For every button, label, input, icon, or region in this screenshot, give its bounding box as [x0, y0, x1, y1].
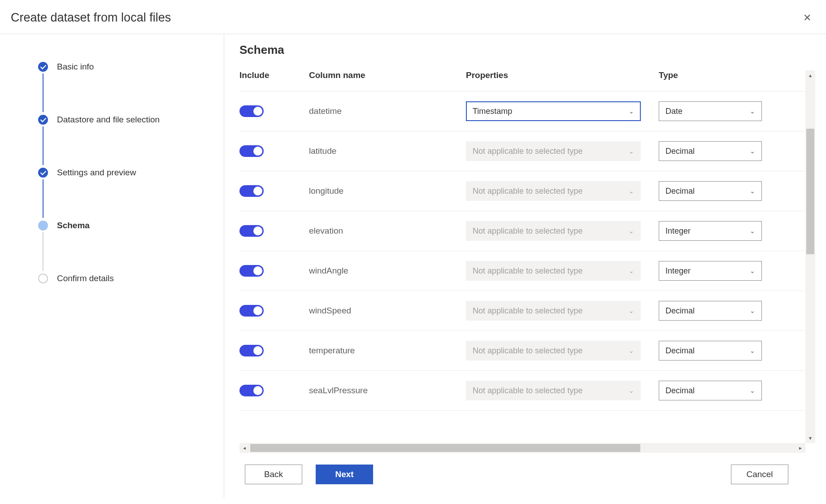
properties-select: Not applicable to selected type⌄ — [466, 261, 641, 281]
type-select[interactable]: Integer⌄ — [659, 261, 762, 281]
include-toggle[interactable] — [239, 225, 264, 237]
chevron-down-icon: ⌄ — [629, 227, 634, 235]
chevron-down-icon: ⌄ — [629, 148, 634, 155]
table-header: Include Column name Properties Type — [239, 70, 805, 91]
chevron-down-icon: ⌄ — [629, 187, 634, 195]
back-button[interactable]: Back — [245, 465, 302, 484]
toggle-knob — [253, 226, 262, 235]
type-select[interactable]: Decimal⌄ — [659, 381, 762, 400]
column-name-cell: latitude — [309, 146, 466, 156]
column-name-cell: seaLvlPressure — [309, 386, 466, 395]
vertical-scroll-thumb[interactable] — [806, 129, 814, 254]
include-toggle[interactable] — [239, 305, 264, 317]
column-name-text: windSpeed — [309, 306, 351, 316]
type-select-value: Decimal — [665, 147, 695, 156]
type-select[interactable]: Integer⌄ — [659, 221, 762, 241]
type-select[interactable]: Decimal⌄ — [659, 141, 762, 161]
header-type: Type — [659, 70, 766, 80]
table-row: datetimeTimestamp⌄Date⌄ — [239, 91, 805, 131]
header-include: Include — [239, 70, 309, 80]
schema-table: Include Column name Properties Type date… — [239, 70, 805, 411]
toggle-knob — [253, 147, 262, 156]
include-toggle[interactable] — [239, 265, 264, 277]
horizontal-scroll-thumb[interactable] — [250, 444, 640, 452]
scroll-right-arrow-icon[interactable]: ▸ — [796, 443, 805, 453]
properties-select: Not applicable to selected type⌄ — [466, 301, 641, 321]
toggle-knob — [253, 266, 262, 275]
type-select[interactable]: Decimal⌄ — [659, 341, 762, 361]
type-select[interactable]: Decimal⌄ — [659, 181, 762, 201]
type-select[interactable]: Date⌄ — [659, 101, 762, 121]
scroll-down-arrow-icon[interactable]: ▾ — [805, 433, 815, 443]
include-cell — [239, 225, 309, 237]
step-connector — [43, 74, 43, 112]
next-button[interactable]: Next — [316, 465, 373, 484]
table-row: seaLvlPressureNot applicable to selected… — [239, 371, 805, 411]
type-cell: Integer⌄ — [659, 261, 766, 281]
table-row: temperatureNot applicable to selected ty… — [239, 331, 805, 371]
wizard-step-schema[interactable]: Schema — [38, 221, 224, 274]
properties-cell: Not applicable to selected type⌄ — [466, 181, 659, 201]
include-toggle[interactable] — [239, 105, 264, 117]
type-cell: Decimal⌄ — [659, 341, 766, 361]
horizontal-scrollbar[interactable]: ◂ ▸ — [239, 443, 805, 453]
include-toggle[interactable] — [239, 345, 264, 356]
toggle-knob — [253, 346, 262, 355]
properties-select-value: Not applicable to selected type — [473, 306, 583, 316]
type-cell: Decimal⌄ — [659, 181, 766, 201]
properties-cell: Not applicable to selected type⌄ — [466, 261, 659, 281]
scroll-left-arrow-icon[interactable]: ◂ — [239, 443, 249, 453]
vertical-scrollbar[interactable]: ▴ ▾ — [805, 70, 815, 443]
wizard-step-datastore-and-file-selection[interactable]: Datastore and file selection — [38, 115, 224, 168]
include-cell — [239, 385, 309, 396]
wizard-step-confirm-details[interactable]: Confirm details — [38, 274, 224, 283]
wizard-step-basic-info[interactable]: Basic info — [38, 62, 224, 115]
properties-cell: Timestamp⌄ — [466, 101, 659, 121]
step-indicator-icon — [38, 274, 48, 283]
column-name-cell: datetime — [309, 106, 466, 116]
dialog-content: Basic infoDatastore and file selectionSe… — [0, 34, 826, 498]
schema-table-scroll: Include Column name Properties Type date… — [239, 70, 805, 443]
properties-cell: Not applicable to selected type⌄ — [466, 141, 659, 161]
properties-cell: Not applicable to selected type⌄ — [466, 341, 659, 361]
chevron-down-icon: ⌄ — [750, 187, 755, 195]
include-cell — [239, 185, 309, 197]
column-name-text: latitude — [309, 146, 336, 156]
type-select-value: Integer — [665, 266, 691, 276]
cancel-button[interactable]: Cancel — [731, 465, 788, 484]
column-name-cell: longitude — [309, 186, 466, 196]
properties-select-value: Timestamp — [473, 107, 512, 116]
chevron-down-icon: ⌄ — [629, 307, 634, 314]
include-cell — [239, 105, 309, 117]
properties-select-value: Not applicable to selected type — [473, 386, 583, 395]
type-select[interactable]: Decimal⌄ — [659, 301, 762, 321]
table-row: windAngleNot applicable to selected type… — [239, 251, 805, 291]
column-name-cell: windSpeed — [309, 306, 466, 316]
type-cell: Date⌄ — [659, 101, 766, 121]
properties-select: Not applicable to selected type⌄ — [466, 181, 641, 201]
chevron-down-icon: ⌄ — [750, 227, 755, 235]
include-toggle[interactable] — [239, 385, 264, 396]
footer-left: Back Next — [245, 465, 373, 484]
column-name-text: seaLvlPressure — [309, 386, 368, 395]
properties-select: Not applicable to selected type⌄ — [466, 341, 641, 361]
properties-select: Not applicable to selected type⌄ — [466, 141, 641, 161]
chevron-down-icon: ⌄ — [750, 267, 755, 274]
properties-select[interactable]: Timestamp⌄ — [466, 101, 641, 121]
wizard-step-settings-and-preview[interactable]: Settings and preview — [38, 168, 224, 221]
include-toggle[interactable] — [239, 185, 264, 197]
close-button[interactable]: ✕ — [802, 13, 813, 23]
properties-cell: Not applicable to selected type⌄ — [466, 301, 659, 321]
type-select-value: Decimal — [665, 346, 695, 356]
dialog-header: Create dataset from local files ✕ — [0, 0, 826, 34]
table-row: latitudeNot applicable to selected type⌄… — [239, 131, 805, 171]
scroll-up-arrow-icon[interactable]: ▴ — [805, 70, 815, 80]
wizard-steps: Basic infoDatastore and file selectionSe… — [38, 62, 224, 283]
panel-title: Schema — [239, 43, 815, 57]
step-label: Basic info — [57, 62, 94, 71]
toggle-knob — [253, 187, 262, 196]
table-row: elevationNot applicable to selected type… — [239, 211, 805, 251]
footer: Back Next Cancel — [239, 453, 815, 498]
column-name-text: elevation — [309, 226, 343, 236]
include-toggle[interactable] — [239, 145, 264, 157]
